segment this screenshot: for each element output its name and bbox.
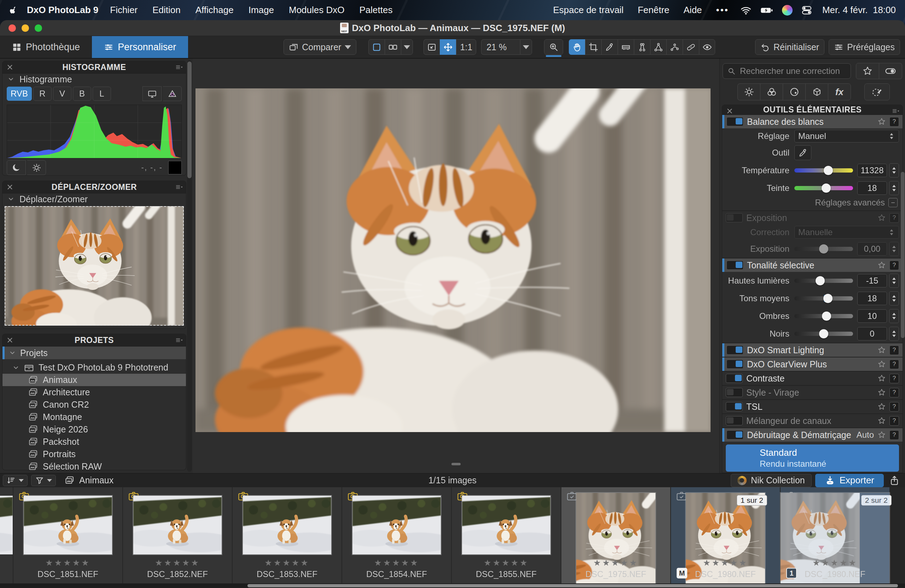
thumbnail-dsc-1854[interactable]: ★★★★★ DSC_1854.NEF	[342, 487, 451, 583]
zoom-level-field[interactable]: 21 %	[481, 39, 520, 55]
slider-knob[interactable]	[823, 294, 832, 303]
highlights-stepper[interactable]	[889, 274, 899, 288]
thumbnail-partial[interactable]	[0, 487, 13, 583]
help-icon[interactable]: ?	[889, 388, 899, 397]
midtones-value[interactable]: 18	[857, 292, 887, 305]
star-icon[interactable]	[877, 431, 886, 439]
close-icon[interactable]	[6, 63, 14, 71]
style-toning-row[interactable]: Style - Virage ?	[722, 386, 902, 399]
help-icon[interactable]: ?	[889, 430, 899, 440]
slider-knob[interactable]	[816, 276, 825, 285]
histogram-subsection[interactable]: Histogramme	[3, 73, 186, 85]
repair-tool-button[interactable]	[683, 39, 699, 55]
control-polygon-tool-button[interactable]	[650, 39, 666, 55]
star-icon[interactable]	[877, 346, 886, 354]
horizon-tool-button[interactable]	[618, 39, 634, 55]
style-toning-toggle[interactable]	[726, 388, 743, 397]
help-icon[interactable]: ?	[889, 402, 899, 412]
close-icon[interactable]	[726, 107, 734, 115]
smart-lighting-row[interactable]: DxO Smart Lighting ?	[722, 343, 902, 357]
shadows-value[interactable]: 10	[857, 309, 887, 323]
clearview-toggle[interactable]	[727, 359, 743, 369]
white-balance-header[interactable]: Balance des blancs ?	[722, 115, 902, 128]
menu-aide[interactable]: Aide	[684, 5, 702, 16]
menu-more[interactable]: •••	[716, 5, 729, 16]
share-button[interactable]	[887, 474, 902, 487]
selective-tone-toggle[interactable]	[727, 261, 743, 270]
nik-collection-button[interactable]: Nik Collection	[731, 474, 812, 487]
help-icon[interactable]: ?	[889, 117, 899, 127]
shadows-stepper[interactable]	[889, 309, 899, 323]
star-rating[interactable]: ★★★★★	[123, 558, 232, 568]
white-balance-toggle[interactable]	[727, 117, 743, 126]
presets-button[interactable]: Préréglages	[829, 39, 900, 55]
midtones-slider[interactable]	[794, 296, 853, 300]
panel-menu-icon[interactable]	[175, 336, 183, 344]
monitor-preview-button[interactable]	[143, 86, 162, 101]
filmstrip-scrollbar[interactable]	[0, 583, 905, 588]
menu-fenetre[interactable]: Fenêtre	[638, 5, 670, 16]
wb-eyedropper-button[interactable]	[794, 145, 811, 160]
shadow-clipping-button[interactable]	[7, 160, 26, 175]
star-icon[interactable]	[877, 402, 886, 411]
magnifier-tool-button[interactable]	[544, 39, 563, 55]
channel-tab-b[interactable]: B	[73, 87, 91, 101]
project-item-selection-raw[interactable]: Sélection RAW	[3, 460, 186, 470]
eyedropper-tool-button[interactable]	[601, 39, 618, 55]
menu-modules-dxo[interactable]: Modules DxO	[289, 5, 345, 16]
exposure-toggle[interactable]	[726, 213, 743, 222]
selective-tone-header[interactable]: Tonalité sélective ?	[722, 259, 902, 272]
filter-button[interactable]	[31, 475, 56, 486]
tint-value[interactable]: 18	[857, 181, 887, 195]
denoise-toggle[interactable]	[727, 430, 743, 440]
star-icon[interactable]	[877, 360, 886, 369]
menu-image[interactable]: Image	[249, 5, 274, 16]
star-icon[interactable]	[877, 388, 886, 397]
image-canvas[interactable]	[193, 59, 719, 473]
menu-edition[interactable]: Edition	[152, 5, 181, 16]
project-item-animaux[interactable]: Animaux	[3, 374, 186, 386]
close-icon[interactable]	[6, 183, 14, 191]
wb-setting-dropdown[interactable]: Manuel	[794, 130, 899, 143]
menu-fichier[interactable]: Fichier	[110, 5, 138, 16]
menu-espace-de-travail[interactable]: Espace de travail	[553, 5, 623, 16]
scrollbar-thumb[interactable]	[187, 62, 192, 178]
channel-mixer-toggle[interactable]	[726, 416, 743, 425]
control-center-icon[interactable]	[801, 5, 812, 16]
thumbnail-dsc-1975-selected[interactable]: ★★★★★ DSC_1975.NEF	[561, 487, 670, 583]
hsl-toggle[interactable]	[726, 402, 743, 411]
star-icon[interactable]	[877, 416, 886, 425]
channel-tab-v[interactable]: V	[53, 87, 71, 101]
help-icon[interactable]: ?	[889, 359, 899, 369]
left-panel-scrollbar[interactable]	[187, 60, 192, 472]
star-icon[interactable]	[877, 118, 886, 126]
slider-knob[interactable]	[819, 244, 828, 254]
zoom-window-button[interactable]	[35, 24, 42, 32]
project-item-portraits[interactable]: Portraits	[3, 448, 186, 460]
highlights-value[interactable]: -15	[857, 274, 887, 288]
denoise-row[interactable]: Débruitage & Dématriçage Auto ?	[722, 428, 902, 442]
project-item-canon-cr2[interactable]: Canon CR2	[3, 399, 186, 411]
scrollbar-thumb[interactable]	[901, 172, 905, 338]
star-rating[interactable]: ★★★★★	[342, 558, 451, 568]
control-line-tool-button[interactable]	[666, 39, 683, 55]
advanced-settings-row[interactable]: Réglages avancés −	[722, 197, 902, 210]
category-effects-button[interactable]: fx	[828, 83, 851, 100]
hand-tool-button[interactable]	[569, 39, 585, 55]
clearview-row[interactable]: DxO ClearView Plus ?	[722, 358, 902, 371]
help-icon[interactable]: ?	[889, 416, 899, 426]
star-icon[interactable]	[877, 261, 886, 269]
thumbnail-dsc-1980-copy1[interactable]: 1 sur 2 M ★★★★★ DSC_1980.NEF	[671, 487, 780, 583]
favorites-filter-button[interactable]	[856, 63, 879, 79]
show-corrections-button[interactable]	[699, 39, 715, 55]
panel-menu-icon[interactable]	[175, 183, 183, 191]
channel-tab-r[interactable]: R	[33, 87, 52, 101]
exposure-correction-dropdown[interactable]: Manuelle	[794, 226, 899, 239]
project-item-architecture[interactable]: Architecture	[3, 386, 186, 399]
project-folder[interactable]: Test DxO PhotoLab 9 Phototrend	[3, 361, 186, 374]
slider-knob[interactable]	[822, 311, 831, 321]
menu-clock[interactable]: Mer. 4 févr. 18:00	[822, 5, 896, 16]
menu-app-name[interactable]: DxO PhotoLab 9	[27, 5, 98, 16]
help-icon[interactable]: ?	[889, 261, 899, 270]
split-view-button[interactable]	[385, 39, 401, 55]
